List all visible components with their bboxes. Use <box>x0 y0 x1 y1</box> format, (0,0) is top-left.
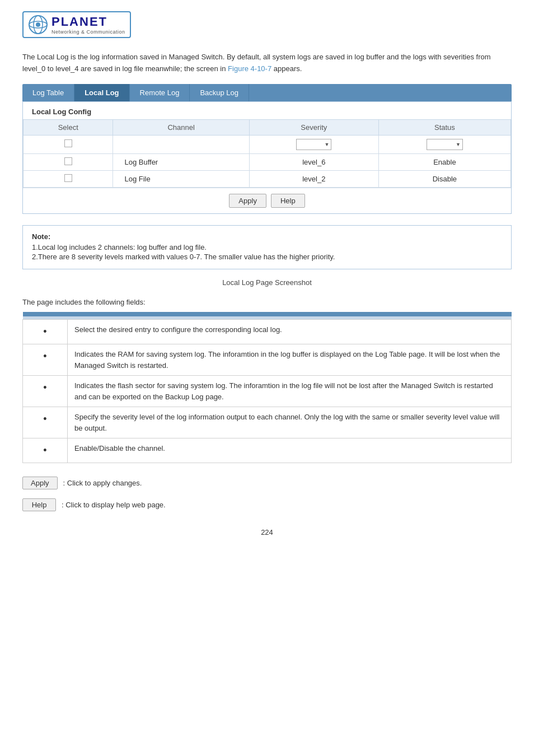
desc-0: Select the desired entry to configure th… <box>68 320 512 344</box>
desc-4: Enable/Disable the channel. <box>68 438 512 463</box>
caption: Local Log Page Screenshot <box>22 278 512 287</box>
bullet-3: • <box>23 407 68 438</box>
config-table: Select Channel Severity Status level_0 l… <box>23 119 511 188</box>
row2-status: Enable <box>378 153 510 170</box>
apply-desc-text: : Click to apply changes. <box>63 479 142 487</box>
desc-row-4: • Enable/Disable the channel. <box>23 438 512 463</box>
row2-checkbox[interactable] <box>64 157 72 165</box>
bullet-0: • <box>23 320 68 344</box>
bullet-2: • <box>23 376 68 407</box>
row3-severity: level_2 <box>249 170 378 187</box>
actions-row: Apply Help <box>23 188 511 213</box>
tab-remote-log[interactable]: Remote Log <box>130 84 190 101</box>
svg-point-3 <box>36 22 40 27</box>
desc-header-col1 <box>23 312 68 316</box>
logo-icon <box>28 15 48 35</box>
logo-text-sub: Networking & Communication <box>51 29 125 35</box>
col-select: Select <box>24 119 113 135</box>
help-inline-btn[interactable]: Help <box>22 498 56 511</box>
table-row: Log File level_2 Disable <box>24 170 511 187</box>
desc-row-0: • Select the desired entry to configure … <box>23 320 512 344</box>
logo-area: PLANET Networking & Communication <box>22 11 512 38</box>
apply-inline-btn[interactable]: Apply <box>22 477 58 489</box>
apply-button[interactable]: Apply <box>229 194 266 208</box>
fields-intro: The page includes the following fields: <box>22 298 512 306</box>
logo-text-group: PLANET Networking & Communication <box>51 15 125 35</box>
tab-log-table[interactable]: Log Table <box>22 84 74 101</box>
note-box: Note: 1.Local log includes 2 channels: l… <box>22 225 512 269</box>
desc-table-header-row1 <box>23 312 512 316</box>
note-item-1: 1.Local log includes 2 channels: log buf… <box>32 243 502 251</box>
help-desc-row: Help : Click to display help web page. <box>22 498 512 511</box>
desc-row-2: • Indicates the flash sector for saving … <box>23 376 512 407</box>
row2-channel: Log Buffer <box>113 153 249 170</box>
logo-text-main: PLANET <box>51 15 125 29</box>
page-number: 224 <box>22 528 512 536</box>
help-desc-text: : Click to display help web page. <box>62 501 166 509</box>
table-row: level_0 level_1 level_2 level_3 level_4 … <box>24 135 511 153</box>
desc-row-3: • Specify the severity level of the log … <box>23 407 512 438</box>
table-row: Log Buffer level_6 Enable <box>24 153 511 170</box>
row3-checkbox[interactable] <box>64 174 72 182</box>
apply-desc-row: Apply : Click to apply changes. <box>22 477 512 489</box>
tab-local-log[interactable]: Local Log <box>74 84 129 101</box>
row1-checkbox[interactable] <box>64 139 72 147</box>
status-dropdown-row1[interactable]: Enable Disable <box>427 139 463 150</box>
col-severity: Severity <box>249 119 378 135</box>
logo-box: PLANET Networking & Communication <box>22 11 131 38</box>
note-item-2: 2.There are 8 severity levels marked wit… <box>32 253 502 261</box>
note-title: Note: <box>32 232 502 241</box>
row3-channel: Log File <box>113 170 249 187</box>
figure-link[interactable]: Figure 4-10-7 <box>228 64 271 73</box>
bullet-4: • <box>23 438 68 463</box>
row3-status: Disable <box>378 170 510 187</box>
desc-1: Indicates the RAM for saving system log.… <box>68 344 512 376</box>
desc-table: • Select the desired entry to configure … <box>22 312 512 464</box>
severity-dropdown-row1[interactable]: level_0 level_1 level_2 level_3 level_4 … <box>296 139 331 150</box>
tab-backup-log[interactable]: Backup Log <box>190 84 249 101</box>
desc-row-1: • Indicates the RAM for saving system lo… <box>23 344 512 376</box>
tab-bar: Log Table Local Log Remote Log Backup Lo… <box>22 84 512 101</box>
desc-header-col2 <box>68 312 512 316</box>
col-channel: Channel <box>113 119 249 135</box>
desc-3: Specify the severity level of the log in… <box>68 407 512 438</box>
config-title: Local Log Config <box>23 102 511 119</box>
col-status: Status <box>378 119 510 135</box>
intro-paragraph: The Local Log is the log information sav… <box>22 52 512 75</box>
severity-select-row1[interactable]: level_0 level_1 level_2 level_3 level_4 … <box>296 139 331 150</box>
config-box: Local Log Config Select Channel Severity… <box>22 101 512 214</box>
bullet-1: • <box>23 344 68 376</box>
help-button[interactable]: Help <box>271 194 305 208</box>
intro-text-after: appears. <box>271 64 302 73</box>
status-select-row1[interactable]: Enable Disable <box>427 139 463 150</box>
desc-2: Indicates the flash sector for saving sy… <box>68 376 512 407</box>
row2-severity: level_6 <box>249 153 378 170</box>
